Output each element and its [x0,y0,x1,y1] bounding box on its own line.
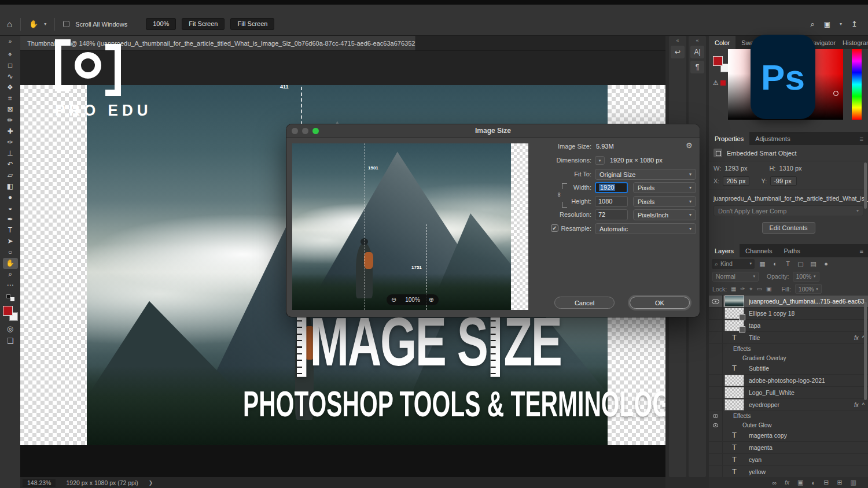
lasso-tool[interactable]: ∿ [3,71,18,82]
tab-histogram[interactable]: Histogram [841,36,868,49]
link-layers-icon[interactable]: ∞ [772,479,777,486]
tab-layers[interactable]: Layers [709,244,740,257]
tab-color[interactable]: Color [709,36,735,49]
layer-row[interactable]: tapa [709,320,868,332]
paragraph-panel-icon[interactable]: ¶ [690,61,704,73]
frame-tool[interactable]: ⊠ [3,104,18,115]
tab-paths[interactable]: Paths [778,244,806,257]
hand-tool-icon[interactable]: ✋ [29,20,38,28]
layer-effect-row[interactable]: Effects [709,344,868,353]
lock-transparency-icon[interactable]: ▦ [731,286,736,293]
eyedropper-tool[interactable]: ✏ [3,115,18,126]
add-layer-mask-icon[interactable]: ▣ [797,479,803,486]
clone-stamp-tool[interactable]: ⊥ [3,148,18,159]
panel-foreground-swatch[interactable] [713,56,723,66]
adjustment-layer-icon[interactable]: ◐ [812,479,816,486]
lock-paint-icon[interactable]: ✑ [741,286,745,293]
layer-row[interactable]: Tyellow [709,466,868,478]
layer-row[interactable]: juanproedu_A_thumbnai...715-aed6-eac63a6… [709,295,868,308]
filter-pixel-layers-icon[interactable]: ▦ [757,259,767,268]
lock-position-icon[interactable]: ⌖ [749,286,753,293]
status-zoom-level[interactable]: 148.23% [23,479,56,487]
ok-button[interactable]: OK [630,297,690,309]
foreground-color-swatch[interactable] [3,306,13,316]
lock-artboard-icon[interactable]: ▭ [757,286,762,293]
eraser-tool[interactable]: ▱ [3,170,18,181]
dialog-title-bar[interactable]: Image Size [286,124,700,138]
image-size-preview[interactable]: 1501 1751 ⊖ 100% ⊕ [292,143,528,310]
layer-row[interactable]: Tmagenta [709,442,868,454]
visibility-toggle[interactable] [709,332,723,343]
tool-preset-caret-icon[interactable]: ▾ [44,21,46,27]
edit-toolbar-expand-icon[interactable]: » [9,38,12,45]
filter-type-layers-icon[interactable]: T [783,259,793,268]
visibility-toggle[interactable] [709,320,723,331]
zoom-in-icon[interactable]: ⊕ [429,296,434,304]
hue-slider[interactable] [852,49,862,120]
edit-toolbar-button[interactable]: ⋯ [3,280,18,291]
expand-panels-icon[interactable]: « [696,38,698,43]
height-input[interactable]: 1080 [595,196,628,207]
collapse-effects-icon[interactable]: ^ [862,402,865,408]
workspace-icon[interactable]: ▣ [824,21,830,28]
hand-tool[interactable]: ✋ [3,258,18,269]
visibility-toggle[interactable] [709,430,723,441]
new-layer-icon[interactable]: ⊞ [837,479,842,486]
screen-mode-icon[interactable]: ❏ [7,337,14,345]
blur-tool[interactable]: ● [3,192,18,203]
layer-effect-row[interactable]: Effects [709,411,868,420]
visibility-toggle[interactable] [709,344,723,353]
layer-effect-row[interactable]: Outer Glow [709,420,868,430]
color-picker-marker[interactable] [833,91,838,96]
visibility-eye-icon[interactable] [709,295,723,307]
quick-mask-icon[interactable]: ◎ [7,324,13,333]
layer-row[interactable]: Tmagenta copy [709,430,868,442]
home-icon[interactable]: ⌂ [7,20,12,28]
delete-layer-icon[interactable]: ▥ [851,479,856,486]
layer-row[interactable]: TTitlefx^ [709,332,868,344]
layer-row[interactable]: Logo_Full_White [709,387,868,399]
layer-effect-row[interactable]: Gradient Overlay [709,353,868,363]
tab-channels[interactable]: Channels [740,244,778,257]
object-selection-tool[interactable]: ❖ [3,82,18,93]
zoom-out-icon[interactable]: ⊖ [391,296,396,304]
marquee-tool[interactable]: □ [3,60,18,71]
resample-dropdown[interactable]: Automatic ▾ [595,223,696,234]
healing-brush-tool[interactable]: ✚ [3,126,18,137]
path-selection-tool[interactable]: ➤ [3,236,18,247]
visibility-toggle[interactable] [709,466,723,478]
filter-shape-layers-icon[interactable]: ▢ [796,259,806,268]
visibility-toggle[interactable] [709,308,723,319]
tab-properties[interactable]: Properties [709,132,749,145]
visibility-toggle[interactable] [709,363,723,374]
opacity-dropdown[interactable]: 100% ▾ [793,272,819,282]
x-input[interactable]: 205 px [723,176,749,186]
layer-row[interactable]: TSubtitle [709,363,868,375]
expand-panels-icon[interactable]: « [676,38,679,43]
blend-mode-dropdown[interactable]: Normal ▾ [712,272,759,282]
filter-adjustment-layers-icon[interactable]: ◐ [770,259,780,268]
layer-style-icon[interactable]: fx [785,479,789,486]
resolution-unit-dropdown[interactable]: Pixels/Inch ▾ [633,209,696,220]
resolution-input[interactable]: 72 [595,209,628,220]
layer-row[interactable]: adobe-photoshop-logo-2021 [709,375,868,387]
fit-to-dropdown[interactable]: Original Size ▾ [595,169,696,180]
share-icon[interactable]: ↥ [851,20,858,28]
history-panel-icon[interactable]: ↩ [671,46,685,58]
new-group-icon[interactable]: ⊟ [823,479,829,486]
visibility-toggle[interactable] [709,375,723,386]
width-input[interactable]: 1920 [595,182,628,193]
shape-tool[interactable]: ○ [3,247,18,258]
layer-row[interactable]: eyedropperfx^ [709,399,868,411]
layer-comp-dropdown[interactable]: Don't Apply Layer Comp ▾ [713,205,863,216]
visibility-toggle[interactable] [709,454,723,465]
fill-dropdown[interactable]: 100% ▾ [795,284,822,294]
layer-row[interactable]: Tcyan [709,454,868,466]
workspace-caret-icon[interactable]: ▾ [840,21,842,27]
filter-toggle-icon[interactable]: ● [821,259,831,268]
y-input[interactable]: -99 px [770,176,797,186]
panel-menu-icon[interactable]: ≡ [855,244,868,257]
default-colors-icon[interactable] [6,294,14,301]
fit-screen-button[interactable]: Fit Screen [182,18,225,30]
foreground-background-swatches[interactable] [3,306,18,321]
